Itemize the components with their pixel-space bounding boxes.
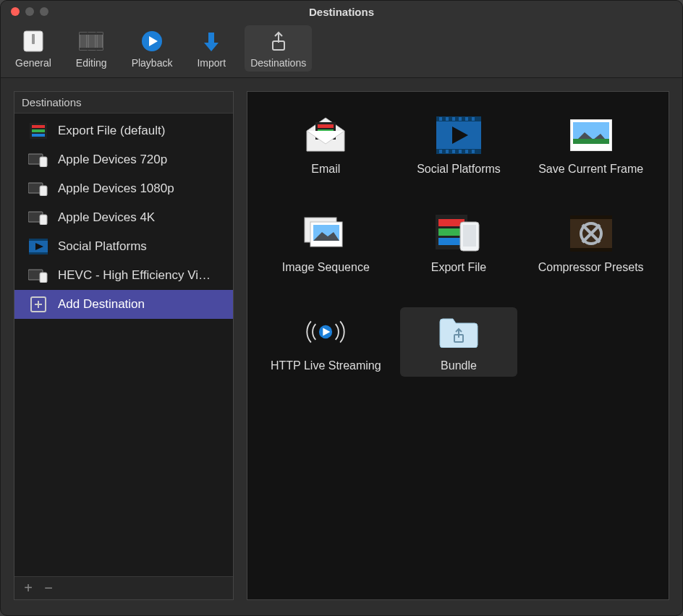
- tab-destinations[interactable]: Destinations: [245, 25, 312, 72]
- dest-image-sequence[interactable]: Image Sequence: [266, 209, 386, 278]
- svg-rect-6: [80, 48, 103, 50]
- dest-label: Email: [311, 163, 340, 176]
- film-play-icon: [27, 238, 49, 255]
- general-icon: [20, 28, 46, 54]
- destinations-panel: Email Social Platforms: [247, 91, 669, 600]
- sidebar: Destinations Export File (default): [14, 91, 234, 600]
- sidebar-item-1080p[interactable]: Apple Devices 1080p: [14, 174, 233, 203]
- dest-label: Social Platforms: [417, 163, 501, 176]
- svg-rect-66: [463, 225, 476, 247]
- svg-rect-56: [573, 139, 609, 144]
- pref-toolbar: General Editing Playback: [1, 22, 682, 78]
- tab-general[interactable]: General: [9, 25, 57, 72]
- svg-rect-46: [439, 150, 442, 153]
- svg-rect-20: [40, 186, 47, 196]
- tab-label: Import: [197, 57, 226, 69]
- editing-icon: [78, 28, 104, 54]
- sidebar-item-add-destination[interactable]: Add Destination: [14, 290, 233, 319]
- sidebar-item-label: Social Platforms: [58, 239, 147, 254]
- devices-icon: [27, 180, 49, 197]
- close-window-button[interactable]: [11, 7, 20, 16]
- svg-rect-41: [446, 117, 449, 121]
- email-icon: [302, 115, 349, 155]
- dest-label: Export File: [431, 261, 486, 274]
- svg-rect-43: [459, 117, 462, 121]
- sidebar-item-social[interactable]: Social Platforms: [14, 232, 233, 261]
- tab-playback[interactable]: Playback: [126, 25, 179, 72]
- sidebar-item-label: Apple Devices 1080p: [58, 181, 174, 196]
- photo-icon: [568, 115, 614, 155]
- dest-label: HTTP Live Streaming: [271, 359, 381, 372]
- svg-rect-49: [459, 150, 462, 153]
- sidebar-item-label: HEVC - High Efficiency Vi…: [58, 268, 211, 283]
- sidebar-item-export-file[interactable]: Export File (default): [14, 116, 233, 145]
- compressor-icon: [568, 213, 614, 254]
- dest-save-current-frame[interactable]: Save Current Frame: [532, 111, 650, 180]
- broadcast-icon: [302, 312, 349, 352]
- sidebar-list: Export File (default) Apple Devices 720p: [14, 114, 233, 576]
- dest-compressor-presets[interactable]: Compressor Presets: [532, 209, 650, 278]
- minimize-window-button[interactable]: [25, 7, 34, 16]
- plus-box-icon: [27, 296, 49, 313]
- film-color-icon: [27, 122, 49, 140]
- svg-rect-68: [570, 215, 612, 219]
- destinations-grid: Email Social Platforms: [266, 111, 650, 377]
- dest-label: Compressor Presets: [538, 261, 644, 274]
- devices-icon: [27, 151, 49, 168]
- dest-email[interactable]: Email: [266, 111, 386, 180]
- traffic-lights: [1, 7, 48, 16]
- svg-rect-42: [452, 117, 455, 121]
- svg-rect-16: [32, 134, 45, 137]
- svg-rect-47: [446, 150, 449, 153]
- svg-rect-5: [80, 33, 103, 35]
- film-devices-icon: [436, 213, 482, 254]
- destinations-icon: [266, 28, 292, 54]
- svg-rect-9: [208, 33, 214, 43]
- tab-label: Editing: [76, 57, 107, 69]
- svg-rect-18: [40, 157, 47, 167]
- add-button[interactable]: +: [22, 580, 35, 596]
- photo-stack-icon: [302, 213, 349, 254]
- sidebar-item-720p[interactable]: Apple Devices 720p: [14, 145, 233, 174]
- remove-button[interactable]: −: [42, 580, 55, 596]
- dest-bundle[interactable]: Bundle: [400, 307, 518, 377]
- window-title: Destinations: [1, 6, 682, 18]
- svg-rect-40: [439, 117, 442, 121]
- dest-http-live-streaming[interactable]: HTTP Live Streaming: [266, 307, 386, 377]
- svg-rect-4: [97, 33, 103, 50]
- tab-label: Destinations: [250, 57, 306, 69]
- svg-rect-34: [318, 124, 334, 128]
- svg-marker-10: [204, 43, 219, 51]
- svg-rect-2: [80, 33, 87, 50]
- svg-rect-3: [88, 33, 96, 50]
- devices-icon: [27, 209, 49, 226]
- tab-label: Playback: [132, 57, 173, 69]
- devices-icon: [27, 267, 49, 284]
- tab-import[interactable]: Import: [191, 25, 232, 72]
- svg-rect-24: [29, 239, 48, 241]
- sidebar-item-label: Export File (default): [58, 124, 165, 138]
- film-play-icon: [436, 115, 482, 155]
- svg-rect-44: [465, 117, 468, 121]
- svg-rect-51: [472, 150, 475, 153]
- preferences-window: Destinations General: [0, 0, 683, 616]
- svg-rect-22: [40, 215, 47, 225]
- folder-share-icon: [436, 312, 482, 352]
- sidebar-footer: + −: [14, 576, 233, 599]
- svg-rect-48: [452, 150, 455, 153]
- sidebar-header: Destinations: [14, 92, 233, 114]
- svg-rect-28: [40, 273, 47, 283]
- sidebar-item-label: Apple Devices 720p: [58, 153, 167, 167]
- svg-rect-50: [465, 150, 468, 153]
- svg-rect-25: [29, 252, 48, 254]
- sidebar-item-label: Add Destination: [58, 297, 145, 312]
- dest-social-platforms[interactable]: Social Platforms: [400, 111, 518, 180]
- tab-editing[interactable]: Editing: [70, 25, 113, 72]
- svg-rect-69: [570, 248, 612, 252]
- dest-export-file[interactable]: Export File: [400, 209, 518, 278]
- playback-icon: [139, 28, 165, 54]
- sidebar-item-4k[interactable]: Apple Devices 4K: [14, 203, 233, 232]
- sidebar-item-label: Apple Devices 4K: [58, 210, 155, 225]
- sidebar-item-hevc[interactable]: HEVC - High Efficiency Vi…: [14, 261, 233, 290]
- zoom-window-button[interactable]: [40, 7, 48, 16]
